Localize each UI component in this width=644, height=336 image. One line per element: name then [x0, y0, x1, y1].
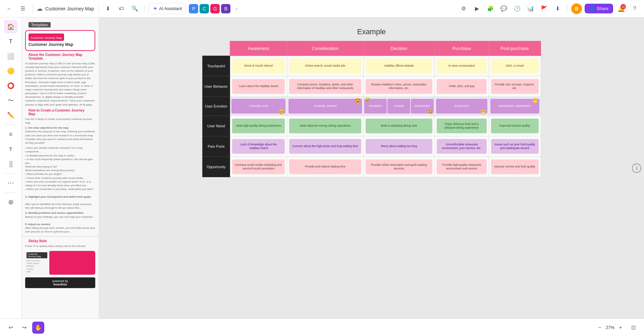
sticky-touchpoint-4[interactable]: In-store consumption	[437, 59, 486, 73]
sticky-emotion-3a[interactable]: 😅 Hesitation	[364, 99, 387, 114]
behavior-decision: Browse Haidilao's menu, prices, reservat…	[363, 76, 435, 97]
plugin-button[interactable]: 🧩	[485, 3, 496, 14]
icon-g[interactable]: G	[210, 4, 220, 13]
sticky-opp-4[interactable]: Provide high-quality restaurant environm…	[437, 159, 486, 174]
redo-button[interactable]: ↪	[19, 322, 30, 333]
sticky-pain-1[interactable]: Lack of knowledge about the Haidilao bra…	[232, 139, 285, 154]
sticky-emotion-3c[interactable]: Excitement 🤩	[411, 99, 434, 114]
share-icon: 👤	[589, 6, 595, 11]
sticky-opp-5[interactable]: Improve service and food quality	[491, 159, 539, 174]
sidebar-curve[interactable]: 〜	[4, 94, 17, 107]
info-button[interactable]: ℹ	[632, 163, 641, 173]
share-button[interactable]: 👤 Share	[585, 4, 613, 13]
sidebar-home[interactable]: 🏠	[4, 20, 17, 33]
behavior-purchase: Order, dine, and pay	[435, 76, 489, 97]
sidebar-grid[interactable]: ⣿	[4, 157, 17, 171]
sticky-pain-2[interactable]: Concern about the high prices and long w…	[289, 139, 361, 154]
sticky-emotion-4[interactable]: Enjoyment 😁	[436, 99, 487, 114]
emotion-postpurchase: 😁 Satisfaction, expectation	[489, 97, 541, 116]
sticky-touchpoint-5[interactable]: SMS, or email	[491, 59, 539, 73]
sidebar-text[interactable]: T	[4, 35, 17, 48]
fit-screen-button[interactable]: ⊡	[628, 322, 639, 333]
history-button[interactable]: 🕐	[512, 3, 523, 14]
sticky-touchpoint-2[interactable]: Online search, social media ads	[289, 59, 361, 73]
undo-button[interactable]: ↩	[5, 322, 16, 333]
settings-button[interactable]: ⚙	[458, 3, 469, 14]
howto-text: Use the 5 steps to create a successful c…	[25, 117, 95, 125]
menu-button[interactable]: ☰	[17, 3, 28, 14]
opportunity-label: Opportunity	[202, 157, 230, 177]
sticky-emotion-5[interactable]: 😁 Satisfaction, expectation	[490, 99, 539, 114]
zoom-level[interactable]: 27%	[606, 325, 614, 330]
hand-tool-button[interactable]: ✋	[32, 322, 44, 334]
sidebar-more[interactable]: • • •	[4, 176, 17, 190]
comment-button[interactable]: 💬	[498, 3, 509, 14]
sticky-emotion-2[interactable]: 🤩 Curiosity, interest	[288, 99, 362, 114]
sticky-pain-3[interactable]: Worry about waiting too long	[366, 139, 433, 154]
icon-b[interactable]: B	[221, 4, 230, 13]
touchpoint-postpurchase: SMS, or email	[489, 56, 541, 76]
canvas[interactable]: Example Awareness Consideration Decision…	[99, 17, 644, 319]
sticky-touchpoint-3[interactable]: Haidilao official website	[366, 59, 433, 73]
sidebar-circle[interactable]: ⭕	[4, 79, 17, 92]
need-postpurchase: Improved service quality	[489, 116, 541, 136]
sidebar-divider3	[5, 192, 17, 193]
sticky-note-desc: Press 'S' to quickly add a sticky note t…	[25, 244, 95, 248]
sticky-behavior-1[interactable]: Learn about the Haidilao brand	[232, 79, 285, 94]
step1-text: 1. Set clear objectives for the mapDeter…	[25, 126, 95, 145]
opportunity-consideration: Provide and reduce waiting time	[287, 157, 363, 177]
layout-button[interactable]: 📊	[525, 3, 536, 14]
icon-p[interactable]: P	[189, 4, 198, 13]
painpoint-decision: Worry about waiting too long	[363, 136, 435, 157]
zoom-in-button[interactable]: +	[616, 323, 625, 332]
sidebar-list[interactable]: ≡	[4, 128, 17, 141]
notifications-button[interactable]: 🔔 10	[616, 3, 627, 14]
sidebar-sticky[interactable]: 🟡	[4, 64, 17, 78]
tag-button[interactable]: 🏷	[116, 3, 127, 14]
touchpoint-purchase: In-store consumption	[435, 56, 489, 76]
emoji-2: 🤩	[355, 97, 361, 104]
sticky-opp-3[interactable]: Provide online reservation and quick sea…	[366, 159, 433, 174]
icon-c[interactable]: C	[200, 4, 209, 13]
sticky-emotion-1[interactable]: Curiosity, trust 😊	[231, 99, 285, 114]
touchpoint-awareness: Word of mouth referral	[230, 56, 287, 76]
sticky-need-5[interactable]: Improved service quality	[491, 119, 539, 133]
sticky-behavior-2[interactable]: Compare prices, locations, tastes, and o…	[289, 79, 361, 94]
opportunity-postpurchase: Improve service and food quality	[489, 157, 541, 177]
bottom-right: − 27% + ⊡	[595, 322, 639, 333]
sticky-need-2[interactable]: Seek value-for-money dining experience	[289, 119, 361, 133]
sticky-pain-5[interactable]: Issues such as poor food quality and ina…	[491, 139, 539, 154]
sidebar-pen[interactable]: ✏️	[4, 109, 17, 122]
sticky-opp-2[interactable]: Provide and reduce waiting time	[289, 159, 361, 174]
sidebar-add-page[interactable]: ⊕	[4, 195, 17, 209]
back-button[interactable]: ←	[4, 3, 15, 14]
sticky-behavior-3[interactable]: Browse Haidilao's menu, prices, reservat…	[366, 79, 433, 94]
sticky-need-3[interactable]: Book a satisfying dining seat	[366, 119, 433, 133]
sticky-need-1[interactable]: Seek high-quality dining experience	[232, 119, 285, 133]
sticky-section: Sticky Note Press 'S' to quickly add a s…	[22, 239, 99, 248]
toolbar: ← ☰ ☁ Customer Journey Map ⬇ 🏷 🔍 ✦ AI As…	[0, 0, 644, 17]
zoom-out-button[interactable]: −	[595, 323, 604, 332]
sticky-behavior-5[interactable]: Provide user surveys, coupons, etc.	[491, 79, 539, 94]
thumb-pink	[49, 251, 95, 275]
sidebar-shape[interactable]: ⬜	[4, 50, 17, 63]
search-button[interactable]: 🔍	[129, 3, 140, 14]
zoom-control: − 27% +	[595, 323, 625, 332]
panel-card[interactable]: Customer Journey Map Customer Journey Ma…	[25, 30, 95, 51]
sidebar-text2[interactable]: T	[4, 142, 17, 156]
sticky-touchpoint-1[interactable]: Word of mouth referral	[232, 59, 285, 73]
ai-assistant-button[interactable]: ✦ AI Assistant	[149, 3, 186, 14]
flag-button[interactable]: 🚩	[539, 3, 549, 14]
emoji-4: 😁	[480, 109, 486, 115]
help-button[interactable]: ?	[629, 3, 640, 14]
filter-button[interactable]: ⬇	[552, 3, 563, 14]
sticky-opp-1[interactable]: Increase social media marketing and word…	[232, 159, 285, 174]
download-button[interactable]: ⬇	[103, 3, 113, 14]
collapse-icon[interactable]: ‹	[232, 4, 241, 13]
sticky-pain-4[interactable]: Uncomfortable restaurant environment, po…	[437, 139, 486, 154]
sticky-emotion-3b[interactable]: Anxiety	[387, 99, 410, 114]
sticky-behavior-4[interactable]: Order, dine, and pay	[437, 79, 486, 94]
play-button[interactable]: ▶	[472, 3, 482, 14]
avatar-button[interactable]: B	[571, 3, 582, 14]
sticky-need-4[interactable]: Enjoy delicious food and a pleasant dini…	[437, 119, 486, 133]
